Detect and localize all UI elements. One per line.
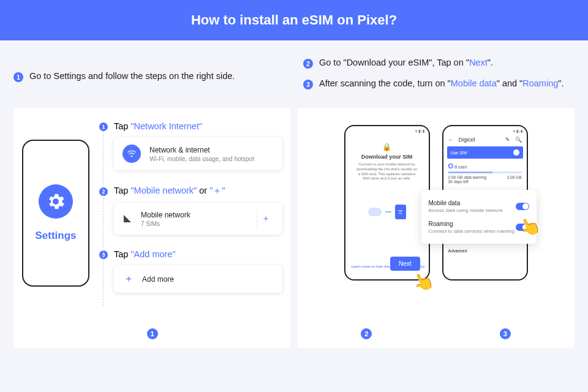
substep-1-head: 1 Tap "Network Internet" <box>99 121 282 131</box>
substep-2-head: 2 Tap "Mobile network" or "＋" <box>99 185 282 197</box>
panel-settings-steps: Settings 1 Tap "Network Internet" Networ… <box>13 108 291 348</box>
panel-badge-2: 2 <box>361 328 372 339</box>
badge-2: 2 <box>303 59 313 69</box>
toggle-roaming[interactable]: Roaming Connect to data services when ro… <box>429 217 529 238</box>
use-sim-toggle[interactable]: Use SIM <box>447 146 523 159</box>
edit-icon[interactable]: ✎ <box>505 137 510 143</box>
screen-title: ← Digicel ✎ 🔍 <box>443 135 527 144</box>
signal-icon <box>123 214 132 224</box>
toggle-icon[interactable] <box>516 203 529 210</box>
panel-badge-3: 3 <box>500 328 511 339</box>
gear-icon <box>39 184 73 219</box>
toggle-mobile-data[interactable]: Mobile data Access data using mobile net… <box>429 196 529 217</box>
status-bar-icons: ▾ ◧ ▮ <box>443 126 527 135</box>
phone-mockup-digicel: ▾ ◧ ▮ ← Digicel ✎ 🔍 Use SIM O B used 2.0… <box>442 125 528 281</box>
row-advanced[interactable]: Advanced <box>448 249 522 253</box>
status-bar-icons: ▾ ◧ ▮ <box>345 126 429 135</box>
card-mobile-network[interactable]: Mobile network 7 SIMs ＋ <box>114 203 282 235</box>
back-icon[interactable]: ← <box>448 137 454 143</box>
download-desc: Connect to your mobile network by downlo… <box>353 162 421 181</box>
badge-1: 1 <box>13 72 23 82</box>
intro-step-3: 3 After scanning the code, turn on "Mobi… <box>303 78 575 89</box>
card-add-more[interactable]: ＋ Add more <box>114 265 282 293</box>
cloud-icon <box>368 208 382 216</box>
search-icon[interactable]: 🔍 <box>515 137 522 143</box>
badge-sub2: 2 <box>99 187 108 196</box>
substep-3-head: 3 Tap "Add more" <box>99 249 282 259</box>
badge-3: 3 <box>303 80 313 89</box>
toggle-icon[interactable] <box>516 224 529 231</box>
badge-sub3: 3 <box>99 251 108 259</box>
panel-screenshots: ▾ ◧ ▮ 🔒 Download your SIM Connect to you… <box>297 108 575 348</box>
intro-step-1: 1 Go to Settings and follow the steps on… <box>13 71 285 82</box>
intro-step-2: 2 Go to "Download your eSIM", Tap on "Ne… <box>303 58 575 69</box>
phone-mockup-settings: Settings <box>22 140 89 287</box>
card-network-internet[interactable]: Network & internet Wi-Fi, mobile, data u… <box>114 137 282 170</box>
plus-icon[interactable]: ＋ <box>257 210 274 227</box>
page-title: How to install an eSIM on Pixel? <box>0 0 588 40</box>
download-title: Download your SIM <box>353 154 421 160</box>
lock-icon: 🔒 <box>353 143 421 151</box>
plus-icon: ＋ <box>124 273 134 285</box>
data-usage-block: O B used 2.00 GB data warning30 days lef… <box>448 162 522 184</box>
next-button[interactable]: Next <box>390 257 420 271</box>
wifi-icon <box>123 145 141 163</box>
cloud-sim-graphic: ☰ <box>345 205 429 219</box>
settings-label: Settings <box>35 230 76 242</box>
sim-icon: ☰ <box>395 205 406 219</box>
phone-mockup-download: ▾ ◧ ▮ 🔒 Download your SIM Connect to you… <box>344 125 430 281</box>
badge-sub1: 1 <box>99 123 108 131</box>
panel-badge-1: 1 <box>147 328 158 339</box>
overlay-mobile-roaming: Mobile data Access data using mobile net… <box>421 190 537 244</box>
intro-section: 1 Go to Settings and follow the steps on… <box>0 40 588 108</box>
connector-line <box>103 131 104 306</box>
